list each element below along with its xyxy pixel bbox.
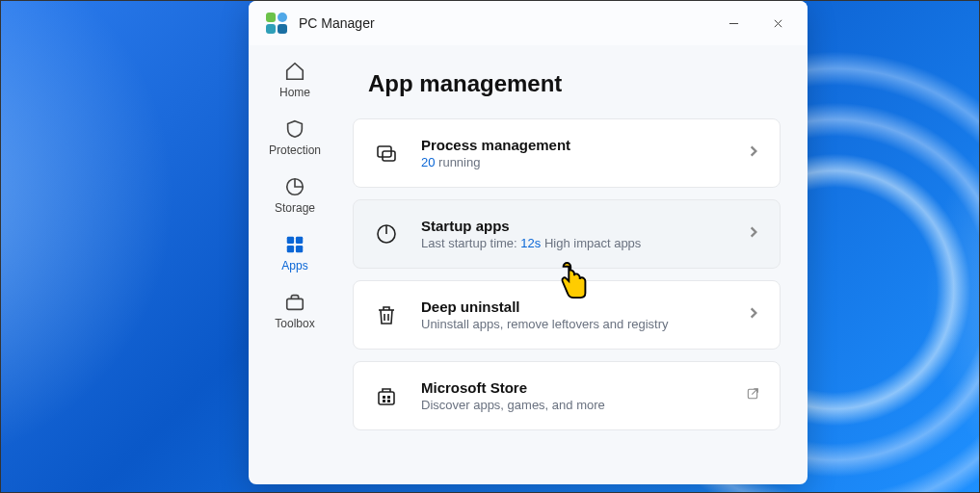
sidebar-item-label: Protection: [269, 143, 321, 157]
card-startup-apps[interactable]: Startup apps Last startup time: 12s High…: [353, 199, 781, 269]
card-microsoft-store[interactable]: Microsoft Store Discover apps, games, an…: [353, 361, 781, 430]
svg-rect-10: [383, 151, 395, 161]
external-link-icon: [745, 386, 760, 405]
card-title: Microsoft Store: [421, 379, 724, 396]
svg-rect-15: [379, 392, 394, 404]
sidebar-item-protection[interactable]: Protection: [256, 118, 333, 157]
card-deep-uninstall[interactable]: Deep uninstall Uninstall apps, remove le…: [353, 280, 781, 350]
shield-icon: [284, 118, 305, 140]
chevron-right-icon: [747, 144, 760, 162]
svg-rect-6: [287, 246, 294, 252]
main-content: App management Process management 20 run…: [341, 45, 808, 484]
svg-rect-4: [287, 237, 294, 244]
svg-rect-7: [296, 246, 303, 252]
minimize-button[interactable]: [711, 1, 755, 45]
close-button[interactable]: [755, 1, 800, 45]
power-icon: [373, 222, 400, 246]
card-title: Process management: [421, 137, 726, 153]
card-title: Startup apps: [421, 218, 726, 234]
svg-rect-16: [383, 396, 385, 399]
sidebar-item-label: Home: [279, 86, 310, 99]
store-icon: [373, 384, 400, 407]
chevron-right-icon: [747, 306, 760, 324]
home-icon: [284, 61, 305, 82]
sidebar: Home Protection Storage Apps Toolbox: [249, 45, 341, 484]
page-title: App management: [353, 70, 781, 97]
titlebar: PC Manager: [249, 1, 808, 45]
sidebar-item-apps[interactable]: Apps: [256, 234, 333, 272]
window-title: PC Manager: [299, 15, 375, 31]
card-subtitle: 20 running: [421, 155, 726, 169]
card-title: Deep uninstall: [421, 298, 726, 315]
card-subtitle: Uninstall apps, remove leftovers and reg…: [421, 317, 726, 331]
chevron-right-icon: [747, 225, 760, 243]
sidebar-item-label: Storage: [275, 201, 315, 215]
windows-stack-icon: [373, 142, 400, 165]
toolbox-icon: [284, 292, 305, 313]
card-process-management[interactable]: Process management 20 running: [353, 118, 781, 188]
svg-rect-5: [296, 237, 303, 244]
pie-icon: [284, 176, 305, 197]
trash-icon: [373, 303, 400, 326]
svg-rect-8: [287, 298, 304, 309]
sidebar-item-toolbox[interactable]: Toolbox: [256, 292, 333, 330]
sidebar-item-storage[interactable]: Storage: [256, 176, 333, 215]
sidebar-item-label: Toolbox: [275, 317, 314, 330]
apps-icon: [284, 234, 305, 255]
card-subtitle: Last startup time: 12s High impact apps: [421, 236, 726, 250]
card-subtitle: Discover apps, games, and more: [421, 398, 724, 412]
svg-rect-19: [387, 400, 390, 402]
svg-rect-18: [383, 400, 385, 402]
pc-manager-window: PC Manager Home Protection Storage: [249, 1, 808, 484]
app-logo-icon: [266, 13, 287, 34]
svg-rect-17: [387, 396, 390, 399]
sidebar-item-label: Apps: [281, 259, 307, 272]
sidebar-item-home[interactable]: Home: [256, 61, 333, 99]
